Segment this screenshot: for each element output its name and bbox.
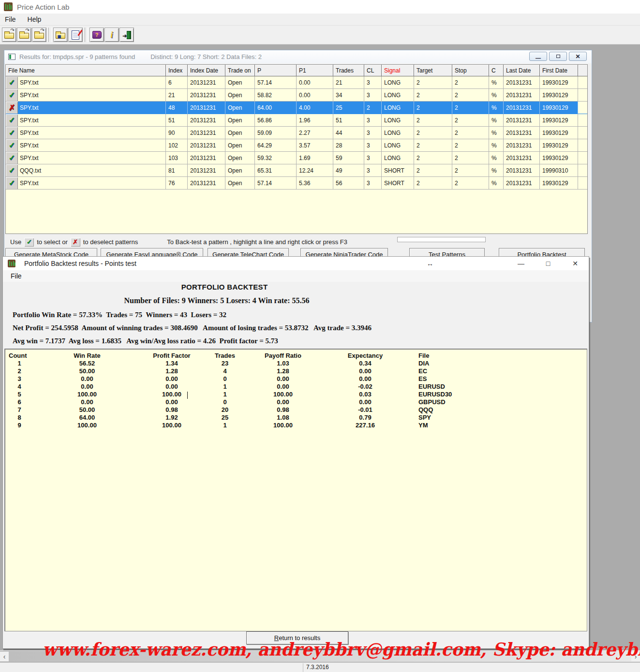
- help-button[interactable]: ?: [89, 28, 104, 42]
- column-header-index[interactable]: Index: [166, 65, 188, 76]
- results-minimize-button[interactable]: —: [529, 52, 547, 61]
- check-icon[interactable]: ✓: [6, 76, 18, 89]
- scroll-left-arrow-icon[interactable]: ‹: [0, 652, 9, 661]
- backtest-window: Portfolio Backtest results - Points test…: [2, 256, 589, 649]
- pattern-row[interactable]: ✓SPY.txt5120131231Open56.861.96513LONG22…: [6, 114, 587, 127]
- column-header-p1[interactable]: P1: [297, 65, 333, 76]
- bt-cell: 0.00: [319, 375, 411, 383]
- bt-cell: 0.00: [247, 375, 319, 383]
- resize-arrows-icon[interactable]: ↔: [417, 257, 444, 270]
- open-folder-button-3[interactable]: [32, 28, 46, 42]
- file-name: SPY.txt: [18, 180, 38, 187]
- backtest-window-titlebar[interactable]: Portfolio Backtest results - Points test…: [3, 257, 589, 270]
- bt-cell: 5: [5, 391, 34, 398]
- cell: 1.96: [297, 114, 333, 127]
- check-icon[interactable]: ✓: [6, 127, 18, 139]
- column-header-cl[interactable]: CL: [364, 65, 382, 76]
- per-file-results-list[interactable]: CountWin RateProfit FactorTradesPayoff R…: [4, 349, 587, 631]
- bt-cell: -0.01: [319, 406, 411, 414]
- check-icon[interactable]: ✓: [6, 114, 18, 127]
- column-header-stop[interactable]: Stop: [452, 65, 489, 76]
- bt-cell: 23: [203, 360, 247, 367]
- column-header-c[interactable]: C: [489, 65, 504, 76]
- hint-mid-label: to select or: [37, 238, 68, 246]
- app-titlebar[interactable]: Price Action Lab: [0, 0, 640, 14]
- pattern-row[interactable]: ✓SPY.txt10220131231Open64.293.57283LONG2…: [6, 139, 587, 152]
- bt-cell: QQQ: [411, 406, 587, 414]
- bt-cell: 100.00: [34, 422, 140, 429]
- menu-item-file[interactable]: File: [5, 15, 16, 23]
- about-button[interactable]: i: [104, 28, 119, 42]
- hint-strip: Use ✓ to select or ✗ to deselect pattern…: [5, 236, 592, 248]
- bt-cell: 1.03: [247, 360, 319, 367]
- column-header-target[interactable]: Target: [414, 65, 452, 76]
- edit-notes-button[interactable]: [68, 28, 83, 42]
- column-header-p[interactable]: P: [255, 65, 297, 76]
- pattern-row[interactable]: ✓QQQ.txt8120131231Open65.3112.24493SHORT…: [6, 164, 587, 177]
- summary-line-3: Avg win = 7.1737 Avg loss = 1.6835 Avg w…: [13, 337, 278, 345]
- patterns-table-rows: ✓SPY.txt620131231Open57.140.00213LONG22%…: [6, 76, 587, 190]
- menu-item-help[interactable]: Help: [28, 15, 42, 23]
- bt-cell: 4: [203, 367, 247, 375]
- scan-folder-button[interactable]: ▦: [53, 28, 68, 42]
- open-folder-button-1[interactable]: [2, 28, 16, 42]
- cell: 57.14: [255, 177, 297, 190]
- exit-button[interactable]: ➜: [119, 28, 134, 42]
- bt-cell: 1.28: [140, 367, 203, 375]
- open-folder-icon: [34, 33, 44, 39]
- backtest-close-button[interactable]: ✕: [562, 257, 589, 270]
- results-restore-button[interactable]: [549, 52, 567, 61]
- results-close-button[interactable]: ✕: [569, 52, 587, 61]
- cell: 81: [166, 164, 188, 177]
- column-header-signal[interactable]: Signal: [382, 65, 414, 76]
- bt-cell: 64.00: [34, 414, 140, 422]
- cell: 3: [364, 114, 382, 127]
- open-folder-icon: [19, 33, 29, 39]
- cell: 20131231: [188, 89, 225, 102]
- cell: 2: [414, 164, 452, 177]
- cell: 2: [414, 127, 452, 139]
- bt-cell: 0.00: [34, 375, 140, 383]
- column-header-last-date[interactable]: Last Date: [504, 65, 540, 76]
- pattern-row[interactable]: ✓SPY.txt620131231Open57.140.00213LONG22%…: [6, 76, 587, 89]
- bt-cell: 4: [5, 383, 34, 391]
- pattern-row[interactable]: ✓SPY.txt10320131231Open59.321.69593LONG2…: [6, 152, 587, 164]
- column-header-first-date[interactable]: First Date: [540, 65, 578, 76]
- results-window-titlebar[interactable]: Results for: tmpdps.spr - 9 patterns fou…: [4, 50, 592, 63]
- bt-cell: 227.16: [319, 422, 411, 429]
- edit-note-icon: [72, 30, 79, 40]
- cell: 0.00: [297, 76, 333, 89]
- toolbar-separator: [85, 28, 88, 42]
- check-icon[interactable]: ✓: [6, 139, 18, 152]
- cell: 21: [333, 76, 364, 89]
- bt-cell: 3: [5, 375, 34, 383]
- cell: 20131231: [188, 127, 225, 139]
- check-icon[interactable]: ✓: [6, 164, 18, 177]
- pattern-row[interactable]: ✓SPY.txt2120131231Open58.820.00343LONG22…: [6, 89, 587, 102]
- backtest-minimize-button[interactable]: —: [507, 257, 535, 270]
- hint-suffix-label: to deselect patterns: [83, 238, 138, 246]
- bt-cell: 1.34: [140, 360, 203, 367]
- pattern-row[interactable]: ✗SPY.txt4820131231Open64.004.00252LONG22…: [6, 102, 587, 114]
- bt-cell: 0.00: [319, 398, 411, 406]
- file-name: SPY.txt: [18, 79, 38, 86]
- check-icon[interactable]: ✓: [6, 89, 18, 102]
- cell: 20131231: [188, 177, 225, 190]
- column-header-index-date[interactable]: Index Date: [188, 65, 225, 76]
- app-title: Price Action Lab: [17, 3, 69, 11]
- bt-cell: EURUSD: [411, 383, 587, 391]
- pattern-row[interactable]: ✓SPY.txt9020131231Open59.092.27443LONG22…: [6, 127, 587, 139]
- pattern-row[interactable]: ✓SPY.txt7620131231Open57.145.36563SHORT2…: [6, 177, 587, 190]
- x-icon[interactable]: ✗: [6, 102, 18, 114]
- open-folder-icon: [4, 33, 14, 39]
- column-header-trade-on[interactable]: Trade on: [225, 65, 255, 76]
- column-header-trades[interactable]: Trades: [333, 65, 364, 76]
- check-icon[interactable]: ✓: [6, 177, 18, 190]
- backtest-maximize-button[interactable]: □: [535, 257, 562, 270]
- folder-scan-icon: ▦: [56, 33, 65, 39]
- check-icon[interactable]: ✓: [6, 152, 18, 164]
- bt-column-header-profit-factor: Profit Factor: [140, 352, 203, 360]
- backtest-menu-item-file[interactable]: File: [11, 272, 22, 280]
- column-header-file-name[interactable]: File Name: [6, 65, 166, 76]
- open-folder-button-2[interactable]: [17, 28, 31, 42]
